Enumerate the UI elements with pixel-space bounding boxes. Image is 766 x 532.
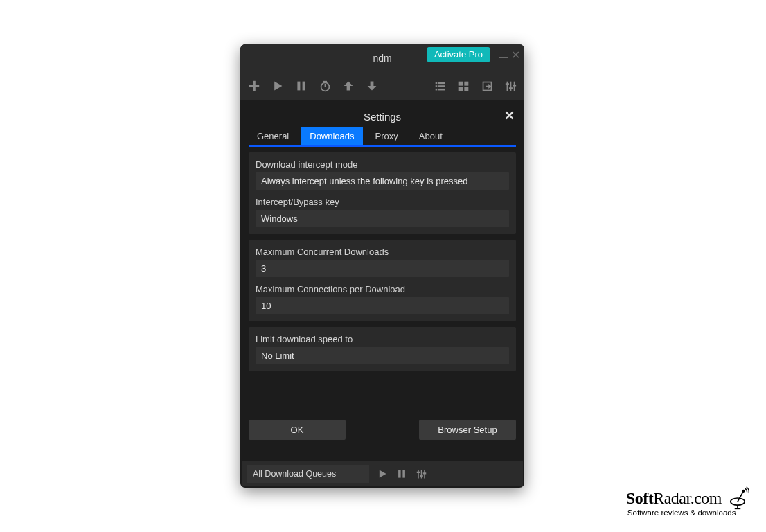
settings-title: Settings ✕	[244, 104, 520, 127]
speed-limit-label: Limit download speed to	[256, 334, 509, 344]
add-icon[interactable]	[247, 79, 261, 93]
tab-general[interactable]: General	[249, 127, 297, 145]
svg-marker-28	[380, 470, 386, 477]
intercept-section: Download intercept mode Always intercept…	[249, 152, 516, 234]
watermark-brand: SoftRadar.com	[626, 489, 722, 508]
speed-limit-select[interactable]: No Limit	[256, 347, 509, 364]
bottom-bar: All Download Queues	[242, 461, 523, 486]
svg-point-39	[742, 490, 745, 493]
settings-panel: Settings ✕ General Downloads Proxy About…	[244, 104, 520, 440]
svg-rect-29	[398, 470, 401, 477]
settings-sliders-icon[interactable]	[504, 79, 517, 93]
ok-button[interactable]: OK	[249, 420, 346, 440]
down-arrow-icon[interactable]	[365, 79, 379, 93]
svg-rect-34	[416, 471, 420, 472]
svg-rect-3	[297, 82, 300, 91]
svg-rect-25	[505, 83, 508, 85]
svg-rect-26	[508, 87, 512, 89]
close-icon[interactable]: ✕	[511, 50, 520, 61]
svg-rect-15	[438, 88, 444, 90]
tab-proxy[interactable]: Proxy	[367, 127, 407, 145]
svg-rect-12	[435, 85, 437, 87]
svg-line-38	[738, 491, 744, 502]
titlebar: ndm Activate Pro ✕	[240, 44, 524, 72]
svg-rect-7	[323, 80, 326, 82]
svg-rect-4	[303, 82, 305, 91]
svg-rect-14	[435, 88, 437, 90]
max-conn-label: Maximum Connections per Download	[256, 284, 509, 294]
up-arrow-icon[interactable]	[341, 79, 355, 93]
svg-rect-31	[418, 470, 419, 478]
tab-downloads[interactable]: Downloads	[301, 127, 362, 145]
svg-rect-22	[506, 81, 508, 91]
svg-rect-16	[458, 81, 463, 85]
watermark: SoftRadar.com Software reviews & downloa…	[626, 486, 749, 517]
max-concurrent-field[interactable]: 3	[256, 260, 509, 277]
pause-icon[interactable]	[294, 79, 308, 93]
queue-select[interactable]: All Download Queues	[247, 465, 369, 483]
intercept-key-label: Intercept/Bypass key	[256, 197, 509, 207]
list-view-icon[interactable]	[433, 79, 447, 93]
settings-close-icon[interactable]: ✕	[504, 108, 515, 123]
svg-rect-32	[420, 470, 422, 478]
svg-rect-27	[513, 84, 516, 86]
svg-rect-1	[249, 85, 259, 87]
svg-marker-9	[368, 82, 377, 91]
svg-rect-30	[402, 470, 405, 477]
svg-rect-11	[438, 82, 444, 84]
bb-pause-icon[interactable]	[395, 468, 408, 480]
settings-buttons: OK Browser Setup	[244, 420, 520, 440]
max-conn-field[interactable]: 10	[256, 297, 509, 314]
timer-icon[interactable]	[318, 79, 332, 93]
toolbar	[240, 72, 524, 100]
svg-marker-8	[344, 82, 353, 91]
max-concurrent-label: Maximum Concurrent Downloads	[256, 247, 509, 257]
satellite-icon	[726, 486, 749, 510]
play-icon[interactable]	[271, 79, 285, 93]
tab-about[interactable]: About	[411, 127, 451, 145]
svg-rect-35	[420, 475, 423, 477]
intercept-mode-label: Download intercept mode	[256, 159, 509, 170]
svg-rect-13	[438, 85, 444, 87]
svg-rect-19	[464, 87, 468, 91]
export-icon[interactable]	[480, 79, 494, 93]
svg-rect-23	[510, 81, 511, 91]
intercept-key-select[interactable]: Windows	[256, 210, 509, 227]
grid-view-icon[interactable]	[456, 79, 470, 93]
svg-rect-17	[464, 81, 468, 85]
limits-section: Maximum Concurrent Downloads 3 Maximum C…	[249, 240, 516, 321]
svg-rect-18	[458, 87, 463, 91]
browser-setup-button[interactable]: Browser Setup	[419, 420, 516, 440]
activate-pro-button[interactable]: Activate Pro	[427, 47, 490, 62]
svg-rect-36	[422, 472, 426, 474]
window-controls: ✕	[499, 50, 520, 61]
bb-sliders-icon[interactable]	[415, 468, 427, 480]
bb-play-icon[interactable]	[376, 468, 389, 480]
minimize-icon[interactable]	[499, 57, 508, 58]
svg-marker-21	[485, 84, 491, 89]
watermark-tagline: Software reviews & downloads	[627, 508, 749, 517]
app-window: ndm Activate Pro ✕ Settings ✕ Gener	[240, 44, 524, 488]
speed-section: Limit download speed to No Limit	[249, 327, 516, 371]
settings-tabs: General Downloads Proxy About	[249, 127, 516, 147]
svg-rect-10	[435, 82, 437, 84]
svg-marker-2	[274, 82, 282, 91]
intercept-mode-select[interactable]: Always intercept unless the following ke…	[256, 172, 509, 190]
